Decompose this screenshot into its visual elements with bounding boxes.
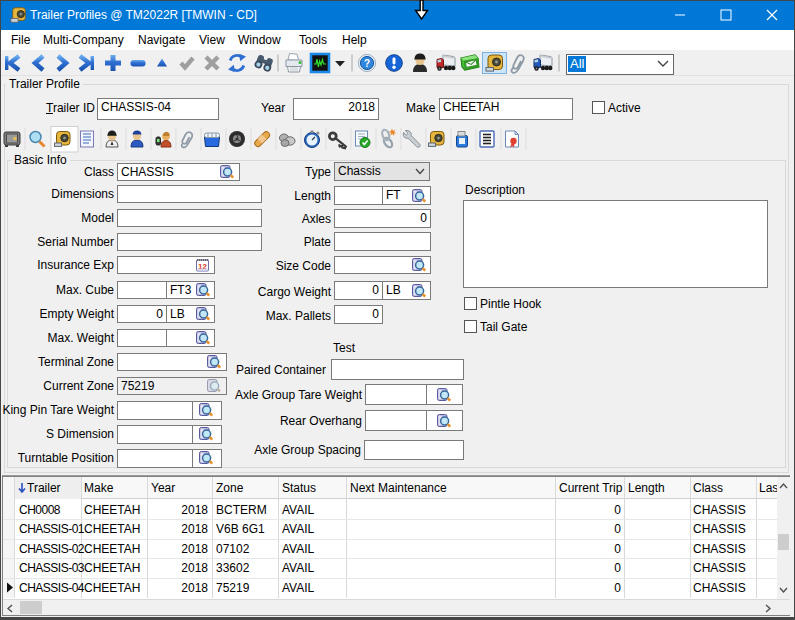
- svg-text:?: ?: [364, 58, 370, 69]
